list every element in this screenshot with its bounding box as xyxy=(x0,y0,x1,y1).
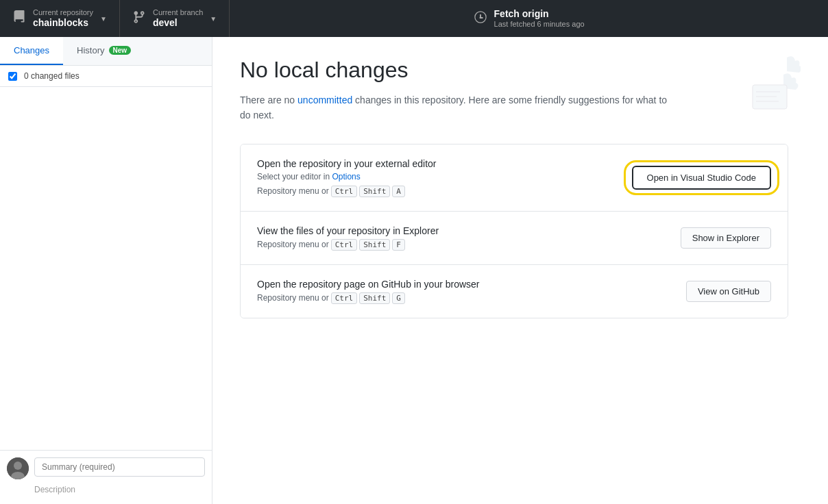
card-github-title: Open the repository page on GitHub in yo… xyxy=(257,279,480,290)
no-changes-desc: There are no uncommitted changes in this… xyxy=(240,92,679,123)
main-layout: Changes History New 0 changed files xyxy=(0,37,828,504)
header-area: No local changes There are no uncommitte… xyxy=(240,58,801,123)
changed-files-count: 0 changed files xyxy=(24,71,80,81)
card-explorer-left: View the files of your repository in Exp… xyxy=(257,225,439,251)
no-changes-title: No local changes xyxy=(240,58,801,83)
fetch-origin-btn[interactable]: Fetch origin Last fetched 6 minutes ago xyxy=(230,0,828,37)
toolbar: Current repository chainblocks ▼ Current… xyxy=(0,0,828,37)
commit-description-label: Description xyxy=(7,482,205,497)
commit-row xyxy=(7,457,205,479)
card-explorer-shortcut: Repository menu or Ctrl Shift F xyxy=(257,239,439,251)
select-all-checkbox[interactable] xyxy=(8,72,17,81)
view-github-btn[interactable]: View on GitHub xyxy=(686,281,771,302)
commit-area: Description xyxy=(0,450,212,504)
card-editor-title: Open the repository in your external edi… xyxy=(257,158,436,169)
card-explorer-title: View the files of your repository in Exp… xyxy=(257,225,439,236)
illustration xyxy=(746,51,801,119)
left-panel: Changes History New 0 changed files xyxy=(0,37,212,504)
key-g: G xyxy=(392,292,405,304)
card-github-left: Open the repository page on GitHub in yo… xyxy=(257,279,480,304)
key-ctrl3: Ctrl xyxy=(331,292,358,304)
key-f: F xyxy=(392,239,405,251)
key-shift3: Shift xyxy=(359,292,390,304)
branch-icon xyxy=(132,10,146,27)
tabs: Changes History New xyxy=(0,37,212,66)
changed-files-bar: 0 changed files xyxy=(0,66,212,87)
fetch-label: Fetch origin xyxy=(494,8,585,20)
repo-name: chainblocks xyxy=(33,17,93,29)
repo-label: Current repository xyxy=(33,8,93,17)
branch-label: Current branch xyxy=(153,8,203,17)
card-editor-left: Open the repository in your external edi… xyxy=(257,158,436,197)
action-cards: Open the repository in your external edi… xyxy=(240,144,788,318)
branch-selector[interactable]: Current branch devel ▼ xyxy=(120,0,230,37)
history-badge: New xyxy=(109,46,132,55)
key-ctrl2: Ctrl xyxy=(331,239,358,251)
card-explorer: View the files of your repository in Exp… xyxy=(241,212,788,265)
branch-chevron-icon: ▼ xyxy=(210,15,217,23)
branch-name: devel xyxy=(153,17,203,29)
key-ctrl: Ctrl xyxy=(331,186,358,197)
card-github: Open the repository page on GitHub in yo… xyxy=(241,265,788,318)
svg-point-1 xyxy=(14,462,22,470)
show-explorer-btn[interactable]: Show in Explorer xyxy=(681,227,771,249)
open-vscode-highlight: Open in Visual Studio Code xyxy=(632,166,771,190)
card-editor: Open the repository in your external edi… xyxy=(241,144,788,212)
repo-chevron-icon: ▼ xyxy=(100,15,107,23)
fetch-sub: Last fetched 6 minutes ago xyxy=(494,20,585,29)
commit-summary-input[interactable] xyxy=(34,457,205,477)
tab-history[interactable]: History New xyxy=(63,37,145,65)
right-panel: No local changes There are no uncommitte… xyxy=(212,37,828,504)
fetch-icon xyxy=(474,10,487,27)
repo-icon xyxy=(12,10,26,27)
key-shift2: Shift xyxy=(359,239,390,251)
repo-selector[interactable]: Current repository chainblocks ▼ xyxy=(0,0,120,37)
tab-changes[interactable]: Changes xyxy=(0,37,63,65)
card-editor-shortcut: Repository menu or Ctrl Shift A xyxy=(257,186,436,197)
left-panel-spacer xyxy=(0,87,212,450)
key-shift: Shift xyxy=(359,186,390,197)
desc-pre: There are no uncommitted changes in this… xyxy=(240,94,667,121)
card-editor-subtitle: Select your editor in Options xyxy=(257,172,436,181)
options-link[interactable]: Options xyxy=(332,172,360,181)
avatar xyxy=(7,457,29,479)
key-a: A xyxy=(392,186,405,197)
open-vscode-btn[interactable]: Open in Visual Studio Code xyxy=(632,166,771,190)
card-github-shortcut: Repository menu or Ctrl Shift G xyxy=(257,292,480,304)
